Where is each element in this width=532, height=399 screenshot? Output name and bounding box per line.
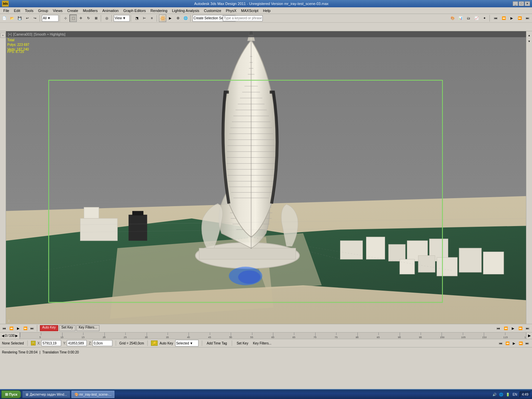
timeline-next-icon[interactable]: ▶ <box>15 334 18 337</box>
menu-maxscript[interactable]: MAXScript <box>239 8 260 13</box>
select-rotate-button[interactable]: ↻ <box>85 15 92 22</box>
key-filters-label[interactable]: Key Filters... <box>252 341 273 345</box>
schematic-view-button[interactable]: 📊 <box>457 15 464 22</box>
close-button[interactable]: ✕ <box>525 1 530 6</box>
set-key-label[interactable]: Set Key <box>235 341 250 345</box>
reference-coord-button[interactable]: ◎ <box>103 15 110 22</box>
layer-button[interactable]: ≡ <box>148 15 156 22</box>
menu-animation[interactable]: Animation <box>100 8 121 13</box>
search-button[interactable] <box>239 15 246 22</box>
go-to-start-button[interactable]: ⏮ <box>492 15 499 22</box>
search-input[interactable] <box>223 15 263 21</box>
menu-physx[interactable]: PhysX <box>224 8 238 13</box>
select-filter-dropdown[interactable]: All ▼ <box>42 15 59 22</box>
left-sidebar-btn-1[interactable]: + <box>0 33 6 38</box>
set-key-button[interactable]: Set Key <box>59 325 75 331</box>
menu-rendering[interactable]: Rendering <box>149 8 170 13</box>
open-button[interactable]: 📂 <box>8 15 16 22</box>
x-coord-value[interactable]: 57913,19 <box>41 340 61 346</box>
anim-next-btn[interactable]: ⏩ <box>22 325 28 331</box>
right-nav-btn-2[interactable]: ▼ <box>527 39 532 44</box>
next-frame-button[interactable]: ⏩ <box>516 15 523 22</box>
key-filters-button[interactable]: Key Filters... <box>76 325 100 331</box>
status-nav-1[interactable]: ⏮ <box>498 340 503 346</box>
scene-explorer-button[interactable]: 🗂 <box>465 15 472 22</box>
timeline-prev-icon[interactable]: ◀ <box>2 334 4 337</box>
undo-button[interactable]: ↩ <box>24 15 31 22</box>
status-nav-2[interactable]: ⏪ <box>505 340 510 346</box>
title-bar: 3ds Autodesk 3ds Max Design 2011 - Unreg… <box>0 0 532 7</box>
mirror-button[interactable]: ⬔ <box>133 15 140 22</box>
select-move-button[interactable]: ✛ <box>77 15 84 22</box>
redo-button[interactable]: ↪ <box>31 15 39 22</box>
y-coord-value[interactable]: 41853,589 <box>67 340 87 346</box>
toolbar-separator-4 <box>111 15 113 22</box>
menu-file[interactable]: File <box>1 8 11 13</box>
anim-ctrl-2[interactable]: ⏪ <box>503 325 509 331</box>
anim-ctrl-5[interactable]: ⏭ <box>525 325 531 331</box>
track-view-button[interactable]: 📈 <box>473 15 480 22</box>
menu-customize[interactable]: Customize <box>202 8 223 13</box>
particle-view-button[interactable]: ✦ <box>481 15 488 22</box>
minimize-button[interactable]: _ <box>513 1 518 6</box>
anim-end-btn[interactable]: ⏭ <box>29 325 35 331</box>
anim-prev-btn[interactable]: ⏪ <box>8 325 14 331</box>
viewport-camera-button[interactable]: [Camera003] <box>13 33 32 36</box>
go-to-end-button[interactable]: ⏭ <box>524 15 531 22</box>
menu-tools[interactable]: Tools <box>23 8 36 13</box>
play-button[interactable]: ▶ <box>508 15 515 22</box>
scene-3d[interactable]: z <box>6 31 526 324</box>
menu-create[interactable]: Create <box>65 8 80 13</box>
window-controls[interactable]: _ □ ✕ <box>513 1 530 6</box>
render-settings-button[interactable]: ⚙ <box>174 15 182 22</box>
anim-ctrl-1[interactable]: ⏮ <box>495 325 501 331</box>
add-time-tag-button[interactable]: Add Time Tag <box>205 341 228 345</box>
select-scale-button[interactable]: ⊠ <box>92 15 100 22</box>
menu-help[interactable]: Help <box>261 8 273 13</box>
select-object-button[interactable]: ⊹ <box>62 15 69 22</box>
key-icon[interactable]: 🔑 <box>151 340 158 346</box>
status-nav-4[interactable]: ⏩ <box>518 340 523 346</box>
prev-frame-button[interactable]: ⏪ <box>500 15 507 22</box>
material-editor-button[interactable]: 🎨 <box>449 15 456 22</box>
viewport-container[interactable]: [+] [Camera003] [Smooth + Highlights] To… <box>6 31 526 324</box>
menu-lighting-analysis[interactable]: Lighting Analysis <box>170 8 201 13</box>
anim-ctrl-4[interactable]: ⏩ <box>517 325 523 331</box>
menu-edit[interactable]: Edit <box>12 8 22 13</box>
taskbar-button-1[interactable]: 🖥 Диспетчер задач Wind... <box>22 391 70 398</box>
selected-label: Selected <box>176 341 189 345</box>
render-scene-button[interactable]: 🔆 <box>159 15 166 22</box>
viewport-plus-button[interactable]: [+] <box>8 33 12 36</box>
lock-icon[interactable]: 🔒 <box>31 341 36 345</box>
y-coord-label: Y: <box>63 341 66 345</box>
save-button[interactable]: 💾 <box>16 15 23 22</box>
taskbar-button-2[interactable]: 🎨 mr_iray-test_scene-... <box>71 391 115 398</box>
right-nav-btn-1[interactable]: ▲ <box>527 33 532 38</box>
menu-graph-editors[interactable]: Graph Editors <box>121 8 148 13</box>
status-nav-3[interactable]: ▶ <box>511 340 517 346</box>
viewport-shading-button[interactable]: [Smooth + Highlights] <box>34 33 65 36</box>
timeline-ruler[interactable]: 0510152025303540455055606570758085909510… <box>20 332 526 339</box>
environment-button[interactable]: 🌐 <box>182 15 189 22</box>
new-scene-button[interactable]: 📄 <box>1 15 8 22</box>
anim-start-btn[interactable]: ⏮ <box>1 325 7 331</box>
quickrender-button[interactable]: ▶ <box>167 15 174 22</box>
anim-play-btn[interactable]: ▶ <box>15 325 21 331</box>
select-region-button[interactable]: ⬚ <box>69 15 77 22</box>
timeline-scroll[interactable]: ▶ <box>526 332 532 339</box>
status-nav-5[interactable]: ⏭ <box>525 340 530 346</box>
viewport-header[interactable]: [+] [Camera003] [Smooth + Highlights] <box>6 31 526 37</box>
maximize-button[interactable]: □ <box>519 1 524 6</box>
z-coord-value[interactable]: 0,0cm <box>92 340 112 346</box>
coord-y-field: Y: 41853,589 <box>63 340 87 346</box>
menu-modifiers[interactable]: Modifiers <box>81 8 100 13</box>
anim-ctrl-3[interactable]: ▶ <box>510 325 516 331</box>
view-dropdown[interactable]: View ▼ <box>114 15 130 22</box>
start-button[interactable]: ⊞ Пуск <box>1 390 21 398</box>
auto-key-button[interactable]: Auto Key <box>40 325 58 331</box>
selected-dropdown[interactable]: Selected ▼ <box>175 340 199 346</box>
start-label: Пуск <box>9 392 17 396</box>
align-button[interactable]: ⊢ <box>141 15 148 22</box>
menu-group[interactable]: Group <box>36 8 50 13</box>
menu-views[interactable]: Views <box>51 8 65 13</box>
